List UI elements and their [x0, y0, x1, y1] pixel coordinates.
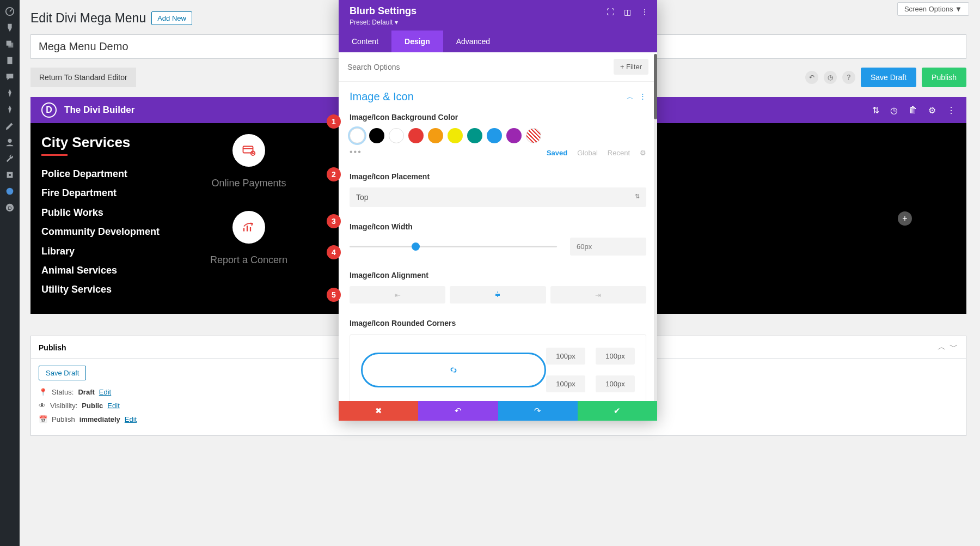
list-item[interactable]: Library	[41, 245, 177, 258]
pin-icon[interactable]	[0, 20, 20, 36]
plugin1-icon[interactable]	[0, 183, 20, 199]
appearance-icon[interactable]	[0, 118, 20, 134]
list-item[interactable]: Community Development	[41, 226, 177, 238]
history-icon[interactable]: ↶	[805, 71, 818, 84]
swatch-red[interactable]	[408, 128, 424, 143]
placement-select[interactable]: Top	[350, 187, 646, 207]
users-icon[interactable]	[0, 134, 20, 150]
comments-icon[interactable]	[0, 69, 20, 85]
swatch-purple[interactable]	[506, 128, 522, 143]
tab-design[interactable]: Design	[391, 31, 443, 52]
badge-1: 1	[327, 114, 341, 129]
filter-button[interactable]: + Filter	[614, 59, 648, 75]
publish-box-heading: Publish	[39, 343, 66, 352]
divi-logo-icon: D	[41, 102, 57, 118]
swatch-white-selected[interactable]	[350, 128, 365, 143]
list-item[interactable]: Animal Services	[41, 264, 177, 277]
snap-icon[interactable]: ◫	[624, 8, 631, 16]
clock2-icon[interactable]: ◷	[890, 105, 898, 116]
edit-visibility-link[interactable]: Edit	[107, 402, 119, 410]
width-value-input[interactable]	[570, 238, 646, 256]
collapse-icon[interactable]: ︿	[627, 92, 634, 102]
list-item[interactable]: Police Department	[41, 168, 177, 180]
save-draft-button[interactable]: Save Draft	[861, 68, 916, 87]
align-center-button[interactable]	[450, 286, 546, 304]
swatch-transparent[interactable]	[526, 128, 541, 143]
key-icon: 📍	[39, 388, 47, 396]
section-heading[interactable]: Image & Icon	[350, 90, 414, 103]
badge-2: 2	[327, 167, 341, 181]
align-right-button[interactable]: ⇥	[550, 286, 646, 304]
align-left-button[interactable]: ⇤	[350, 286, 445, 304]
list-item[interactable]: Public Works	[41, 207, 177, 219]
trash-icon[interactable]: 🗑	[909, 105, 917, 116]
undo-button[interactable]: ↶	[418, 401, 498, 421]
redo-button[interactable]: ↷	[498, 401, 578, 421]
return-standard-editor-button[interactable]: Return To Standard Editor	[30, 68, 136, 87]
tools-icon[interactable]	[0, 150, 20, 167]
pin2-icon[interactable]	[0, 85, 20, 101]
scrollbar-thumb[interactable]	[654, 54, 657, 119]
screen-options-button[interactable]: Screen Options ▼	[897, 2, 969, 16]
corner-link-shape[interactable]	[361, 353, 546, 387]
add-new-button[interactable]: Add New	[151, 11, 192, 25]
help-icon[interactable]: ?	[842, 71, 855, 84]
search-options-input[interactable]	[347, 63, 614, 71]
corner-tl-input[interactable]	[546, 348, 585, 365]
heading-underline	[41, 154, 68, 156]
width-slider[interactable]	[350, 246, 557, 247]
chevron-up-icon[interactable]: ︿	[938, 342, 946, 353]
gear-icon[interactable]: ⚙	[928, 105, 936, 116]
settings-icon[interactable]	[0, 167, 20, 183]
sort-icon[interactable]: ⇅	[872, 105, 879, 116]
eye-icon: 👁	[39, 402, 46, 410]
blurb-module[interactable]: Report a Concern	[210, 211, 287, 266]
save-draft-button-2[interactable]: Save Draft	[39, 366, 86, 380]
expand-icon[interactable]: ⛶	[607, 8, 614, 16]
edit-status-link[interactable]: Edit	[99, 388, 111, 396]
pages-icon[interactable]	[0, 52, 20, 69]
modal-menu-icon[interactable]: ⋮	[641, 8, 648, 16]
payments-icon	[232, 134, 265, 167]
color-tab-saved[interactable]: Saved	[547, 149, 567, 157]
svg-rect-6	[9, 174, 11, 176]
color-gear-icon[interactable]: ⚙	[640, 149, 646, 157]
swatch-yellow[interactable]	[448, 128, 463, 143]
chevron-down-icon[interactable]: ﹀	[950, 342, 958, 353]
more-swatches-icon[interactable]: •••	[350, 147, 362, 157]
divi-icon[interactable]: D	[0, 199, 20, 216]
list-item[interactable]: Fire Department	[41, 187, 177, 199]
section-menu-icon[interactable]: ⋮	[639, 92, 646, 102]
dashboard-icon[interactable]	[0, 3, 20, 20]
swatch-orange[interactable]	[428, 128, 443, 143]
preset-label[interactable]: Preset: Default ▾	[350, 19, 646, 26]
clock-icon[interactable]: ◷	[824, 71, 837, 84]
blurb-settings-modal: Blurb Settings Preset: Default ▾ ⛶ ◫ ⋮ C…	[339, 0, 657, 421]
tab-content[interactable]: Content	[339, 31, 391, 52]
swatch-white[interactable]	[389, 128, 404, 143]
menu-dots-icon[interactable]: ⋮	[947, 105, 955, 116]
corner-br-input[interactable]	[596, 375, 635, 392]
cancel-button[interactable]: ✖	[339, 401, 418, 421]
color-tab-global[interactable]: Global	[577, 149, 598, 157]
publish-button[interactable]: Publish	[922, 68, 966, 87]
color-tab-recent[interactable]: Recent	[608, 149, 630, 157]
corner-tr-input[interactable]	[596, 348, 635, 365]
list-item[interactable]: Utility Services	[41, 283, 177, 296]
corners-label: Image/Icon Rounded Corners	[350, 319, 646, 327]
edit-publish-link[interactable]: Edit	[125, 415, 137, 423]
modal-tabs: Content Design Advanced	[339, 31, 657, 52]
add-module-button[interactable]: +	[898, 211, 912, 226]
media-icon[interactable]	[0, 36, 20, 52]
placement-label: Image/Icon Placement	[350, 172, 646, 181]
corner-bl-input[interactable]	[546, 375, 585, 392]
swatch-blue[interactable]	[487, 128, 502, 143]
swatch-black[interactable]	[369, 128, 384, 143]
tab-advanced[interactable]: Advanced	[443, 31, 503, 52]
svg-point-4	[8, 139, 11, 143]
pin3-icon[interactable]	[0, 101, 20, 118]
swatch-teal[interactable]	[467, 128, 482, 143]
blurb-module[interactable]: Online Payments	[212, 134, 286, 189]
confirm-button[interactable]: ✔	[578, 401, 657, 421]
calendar-icon: 📅	[39, 415, 47, 423]
